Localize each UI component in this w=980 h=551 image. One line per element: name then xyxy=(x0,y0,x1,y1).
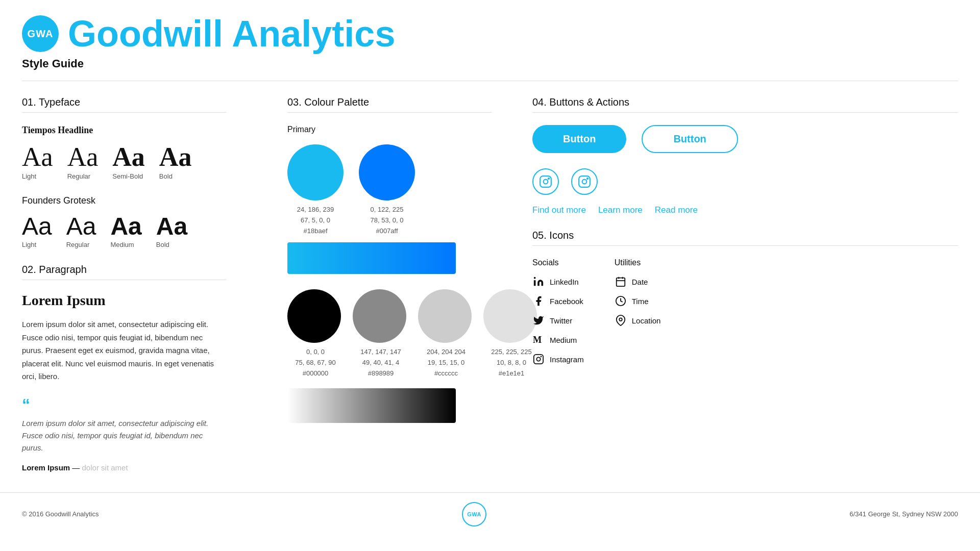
svg-text:M: M xyxy=(533,335,542,345)
font1-regular: Aa Regular xyxy=(67,144,99,180)
logo-abbr: GWA xyxy=(28,28,54,40)
caption-muted: dolor sit amet xyxy=(82,463,128,472)
font1-semibold: Aa Semi-Bold xyxy=(112,144,145,180)
colour-divider xyxy=(287,112,492,113)
neutral-colors-row: 0, 0, 075, 68, 67, 90#000000 147, 147, 1… xyxy=(287,289,492,379)
facebook-svg xyxy=(533,295,544,307)
paragraph-section: 02. Paragraph Lorem Ipsum Lorem ipsum do… xyxy=(22,264,226,472)
svg-rect-0 xyxy=(540,176,551,187)
style-guide-label: Style Guide xyxy=(22,57,958,70)
primary-colors-row: 24, 186, 23967, 5, 0, 0#18baef 0, 122, 2… xyxy=(287,144,492,236)
twitter-svg xyxy=(533,315,544,326)
find-out-more-link[interactable]: Find out more xyxy=(532,205,586,215)
twitter-label: Twitter xyxy=(550,316,572,325)
col-typeface-paragraph: 01. Typeface Tiempos Headline Aa Light A… xyxy=(22,96,226,472)
svg-rect-8 xyxy=(534,355,543,364)
time-row: Time xyxy=(615,295,661,307)
font2-bold: Aa Bold xyxy=(156,214,187,248)
instagram-icon-outline[interactable] xyxy=(571,168,598,195)
neutral-info-black: 0, 0, 075, 68, 67, 90#000000 xyxy=(287,347,344,379)
col-colour: 03. Colour Palette Primary 24, 186, 2396… xyxy=(287,96,492,472)
buttons-section-title: 04. Buttons & Actions xyxy=(532,96,958,108)
font1-light: Aa Light xyxy=(22,144,53,180)
color-info-blue: 0, 122, 22578, 53, 0, 0#007aff xyxy=(359,205,415,236)
instagram-label: Instagram xyxy=(550,355,584,364)
icons-divider xyxy=(532,245,958,246)
neutral-swatch-gray: 147, 147, 14749, 40, 41, 4#898989 xyxy=(353,289,409,379)
paragraph-section-title: 02. Paragraph xyxy=(22,264,226,276)
btn-row: Button Button xyxy=(532,125,958,153)
instagram-icon xyxy=(532,353,545,365)
facebook-icon xyxy=(532,295,545,307)
svg-point-10 xyxy=(541,356,542,358)
date-label: Date xyxy=(632,278,648,286)
clock-svg xyxy=(615,295,626,307)
svg-rect-3 xyxy=(579,176,590,187)
calendar-svg xyxy=(615,276,626,287)
font2-name: Founders Grotesk xyxy=(22,195,226,206)
typeface-divider xyxy=(22,112,226,113)
caption-line: Lorem Ipsum — dolor sit amet xyxy=(22,463,226,472)
twitter-row: Twitter xyxy=(532,314,584,327)
primary-gradient-bar xyxy=(287,242,456,274)
footer-copyright: © 2016 Goodwill Analytics xyxy=(22,510,99,518)
learn-more-link[interactable]: Learn more xyxy=(598,205,643,215)
main-content: 01. Typeface Tiempos Headline Aa Light A… xyxy=(0,96,980,472)
medium-label: Medium xyxy=(550,336,577,344)
font2-light: Aa Light xyxy=(22,214,52,248)
font2-bold-label: Bold xyxy=(156,241,169,248)
font1-regular-sample: Aa xyxy=(67,144,99,170)
color-swatch-cyan: 24, 186, 23967, 5, 0, 0#18baef xyxy=(287,144,344,236)
facebook-row: Facebook xyxy=(532,295,584,307)
instagram-svg-outline xyxy=(578,175,591,188)
brand-name: Goodwill Analytics xyxy=(68,15,395,52)
instagram-icon-filled[interactable] xyxy=(532,168,559,195)
location-svg xyxy=(615,315,626,326)
primary-label: Primary xyxy=(287,125,492,134)
neutral-circle-gray xyxy=(353,289,406,343)
linkedin-row: LinkedIn xyxy=(532,276,584,288)
neutral-info-gray: 147, 147, 14749, 40, 41, 4#898989 xyxy=(353,347,409,379)
neutral-circle-black xyxy=(287,289,341,343)
font2-row: Aa Light Aa Regular Aa Medium Aa Bold xyxy=(22,214,226,248)
date-row: Date xyxy=(615,276,661,288)
blockquote-mark: “ xyxy=(22,395,226,414)
color-swatch-blue: 0, 122, 22578, 53, 0, 0#007aff xyxy=(359,144,415,236)
font1-bold-sample: Aa xyxy=(159,144,192,170)
neutral-info-offwhite: 225, 225, 22510, 8, 8, 0#e1e1e1 xyxy=(483,347,540,379)
font2-regular: Aa Regular xyxy=(66,214,96,248)
buttons-divider xyxy=(532,112,958,113)
neutral-circle-offwhite xyxy=(483,289,537,343)
primary-button[interactable]: Button xyxy=(532,125,626,153)
twitter-icon xyxy=(532,314,545,327)
buttons-section: 04. Buttons & Actions Button Button xyxy=(532,96,958,215)
svg-point-16 xyxy=(619,318,622,321)
font1-bold: Aa Bold xyxy=(159,144,192,180)
instagram-svg-filled xyxy=(539,175,552,188)
font2-medium: Aa Medium xyxy=(110,214,141,248)
svg-point-9 xyxy=(536,357,540,361)
logo-circle: GWA xyxy=(22,15,59,52)
icons-section-title: 05. Icons xyxy=(532,230,958,241)
icons-section: 05. Icons Socials L xyxy=(532,230,958,372)
header: GWA Goodwill Analytics xyxy=(0,0,980,57)
read-more-link[interactable]: Read more xyxy=(655,205,698,215)
linkedin-icon xyxy=(532,276,545,288)
font2-bold-sample: Aa xyxy=(156,214,187,239)
social-icons-row xyxy=(532,168,958,195)
neutral-gradient-bar-wrapper xyxy=(287,388,492,423)
font2-regular-label: Regular xyxy=(66,241,90,248)
footer-logo: GWA xyxy=(462,502,486,527)
font1-light-sample: Aa xyxy=(22,144,53,170)
time-label: Time xyxy=(632,297,649,306)
primary-gradient-bar-wrapper xyxy=(287,242,492,274)
instagram-row: Instagram xyxy=(532,353,584,365)
svg-point-2 xyxy=(548,178,549,179)
neutral-swatch-offwhite: 225, 225, 22510, 8, 8, 0#e1e1e1 xyxy=(483,289,540,379)
col-buttons-icons: 04. Buttons & Actions Button Button xyxy=(532,96,958,472)
outline-button[interactable]: Button xyxy=(642,125,738,153)
medium-row: M Medium xyxy=(532,334,584,346)
neutral-info-lightgray: 204, 204 20419, 15, 15, 0#cccccc xyxy=(418,347,474,379)
font1-bold-label: Bold xyxy=(159,172,173,180)
header-divider xyxy=(22,81,958,81)
